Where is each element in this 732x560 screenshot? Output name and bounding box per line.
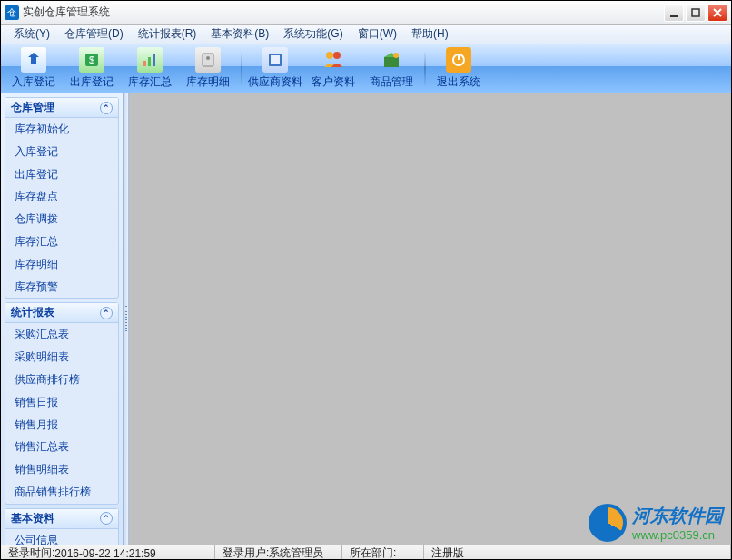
sidebar-item[interactable]: 库存初始化 — [5, 118, 118, 141]
chart-icon — [137, 47, 163, 73]
minimize-button[interactable] — [664, 4, 684, 22]
sidebar-head-basedata[interactable]: 基本资料⌃ — [5, 509, 118, 529]
toolbar-customer-button[interactable]: 客户资料 — [304, 46, 362, 92]
status-login-time: 登录时间:2016-09-22 14:21:59 — [1, 545, 215, 560]
sidebar-item[interactable]: 采购汇总表 — [5, 323, 118, 346]
status-edition: 注册版 — [424, 545, 731, 560]
exit-icon — [446, 47, 471, 73]
menu-warehouse[interactable]: 仓库管理(D) — [57, 25, 131, 44]
product-icon — [379, 47, 404, 73]
outbound-icon: $ — [79, 47, 104, 73]
sidebar-head-report[interactable]: 统计报表⌃ — [5, 303, 118, 323]
toolbar: 入库登记 $ 出库登记 库存汇总 库存明细 供应商资料 客户资料 商品管理 退出… — [1, 44, 731, 93]
sidebar-item[interactable]: 销售月报 — [5, 414, 118, 437]
toolbar-product-button[interactable]: 商品管理 — [362, 46, 420, 92]
sidebar-group-basedata: 基本资料⌃ 公司信息 部门信息 员工信息 — [5, 508, 119, 545]
sidebar-item[interactable]: 入库登记 — [5, 141, 118, 163]
svg-rect-13 — [384, 57, 399, 67]
sidebar-item[interactable]: 出库登记 — [5, 163, 118, 186]
svg-rect-6 — [153, 54, 155, 66]
chevron-up-icon: ⌃ — [100, 102, 113, 114]
sidebar-item[interactable]: 库存盘点 — [5, 185, 118, 208]
svg-rect-5 — [148, 57, 151, 66]
sidebar-head-warehouse[interactable]: 仓库管理⌃ — [5, 98, 118, 118]
svg-text:$: $ — [89, 54, 94, 65]
window-title: 实创仓库管理系统 — [23, 5, 664, 20]
sidebar-item[interactable]: 商品销售排行榜 — [5, 481, 118, 504]
app-icon: 仓 — [5, 5, 19, 20]
detail-icon — [195, 47, 221, 73]
chevron-up-icon: ⌃ — [100, 307, 113, 319]
sidebar-item[interactable]: 销售日报 — [5, 391, 118, 414]
svg-point-14 — [393, 53, 399, 58]
sidebar-group-warehouse: 仓库管理⌃ 库存初始化 入库登记 出库登记 库存盘点 仓库调拨 库存汇总 库存明… — [5, 97, 119, 299]
status-user: 登录用户:系统管理员 — [215, 545, 342, 560]
menu-report[interactable]: 统计报表(R) — [131, 25, 204, 44]
menu-system[interactable]: 系统(Y) — [6, 25, 57, 44]
status-dept: 所在部门: — [342, 545, 424, 560]
svg-rect-1 — [692, 9, 699, 16]
toolbar-separator — [424, 51, 426, 87]
sidebar-group-report: 统计报表⌃ 采购汇总表 采购明细表 供应商排行榜 销售日报 销售月报 销售汇总表… — [5, 302, 119, 504]
sidebar-item[interactable]: 供应商排行榜 — [5, 368, 118, 391]
sidebar-item[interactable]: 库存汇总 — [5, 231, 118, 253]
statusbar: 登录时间:2016-09-22 14:21:59 登录用户:系统管理员 所在部门… — [1, 545, 731, 560]
toolbar-supplier-button[interactable]: 供应商资料 — [246, 46, 304, 92]
menubar: 系统(Y) 仓库管理(D) 统计报表(R) 基本资料(B) 系统功能(G) 窗口… — [1, 25, 731, 44]
sidebar-item[interactable]: 采购明细表 — [5, 346, 118, 368]
people-icon — [321, 47, 346, 73]
svg-point-8 — [206, 56, 210, 60]
titlebar: 仓 实创仓库管理系统 — [1, 1, 731, 25]
sidebar-item[interactable]: 仓库调拨 — [5, 208, 118, 231]
menu-window[interactable]: 窗口(W) — [351, 25, 404, 44]
svg-point-11 — [326, 52, 333, 59]
sidebar-item[interactable]: 销售汇总表 — [5, 436, 118, 458]
svg-rect-16 — [458, 54, 460, 60]
svg-rect-0 — [670, 15, 678, 17]
toolbar-stockdetail-button[interactable]: 库存明细 — [179, 46, 237, 92]
sidebar-item[interactable]: 销售明细表 — [5, 458, 118, 481]
sidebar: 仓库管理⌃ 库存初始化 入库登记 出库登记 库存盘点 仓库调拨 库存汇总 库存明… — [1, 93, 124, 545]
menu-basedata[interactable]: 基本资料(B) — [203, 25, 276, 44]
svg-point-12 — [333, 52, 341, 59]
menu-help[interactable]: 帮助(H) — [404, 25, 456, 44]
menu-sysfunc[interactable]: 系统功能(G) — [276, 25, 350, 44]
sidebar-item[interactable]: 库存明细 — [5, 253, 118, 276]
toolbar-stocksum-button[interactable]: 库存汇总 — [121, 46, 179, 92]
svg-rect-10 — [271, 55, 280, 64]
sidebar-item[interactable]: 库存预警 — [5, 276, 118, 299]
svg-rect-4 — [143, 61, 146, 66]
sidebar-item[interactable]: 公司信息 — [5, 529, 118, 545]
toolbar-outbound-button[interactable]: $ 出库登记 — [63, 46, 121, 92]
toolbar-inbound-button[interactable]: 入库登记 — [5, 46, 63, 92]
maximize-button[interactable] — [686, 4, 706, 22]
toolbar-exit-button[interactable]: 退出系统 — [430, 46, 488, 92]
mdi-area — [129, 93, 731, 545]
close-button[interactable] — [707, 4, 727, 22]
inbound-icon — [21, 47, 46, 73]
book-icon — [262, 47, 288, 73]
toolbar-separator — [241, 51, 242, 87]
chevron-up-icon: ⌃ — [100, 512, 113, 525]
